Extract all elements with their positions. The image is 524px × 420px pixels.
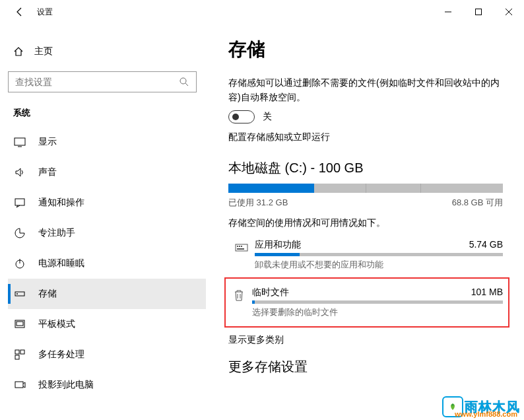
svg-rect-22 [241, 246, 242, 247]
notifications-icon [13, 197, 26, 209]
home-label: 主页 [34, 46, 53, 57]
sidebar-item-storage[interactable]: 存储 [8, 279, 206, 309]
search-icon [179, 77, 189, 87]
sidebar: 主页 系统 显示 声音 通知和操作 专注助手 电源和睡眠 存储 [0, 24, 206, 420]
svg-point-4 [180, 78, 186, 84]
free-label: 68.8 GB 可用 [452, 197, 503, 209]
multitask-icon [13, 349, 26, 361]
svg-rect-18 [15, 382, 23, 388]
sidebar-item-label: 声音 [38, 166, 57, 178]
svg-rect-23 [237, 248, 244, 250]
svg-line-5 [185, 83, 188, 86]
disk-usage-labels: 已使用 31.2 GB 68.8 GB 可用 [228, 197, 503, 209]
minimize-button[interactable] [433, 0, 463, 24]
storage-item-sub: 卸载未使用或不想要的应用和功能 [255, 259, 503, 271]
configure-link[interactable]: 配置存储感知或立即运行 [228, 131, 504, 143]
storage-sense-toggle[interactable] [228, 110, 255, 123]
svg-rect-8 [15, 199, 24, 205]
content-pane: 存储 存储感知可以通过删除不需要的文件(例如临时文件和回收站中的内容)自动释放空… [206, 24, 524, 420]
storage-item-sub: 选择要删除的临时文件 [252, 306, 503, 318]
more-settings-title: 更多存储设置 [228, 358, 504, 376]
storage-item-temp[interactable]: 临时文件 101 MB 选择要删除的临时文件 [226, 283, 503, 322]
display-icon [13, 136, 26, 148]
storage-item-name: 临时文件 [252, 287, 289, 298]
svg-point-24 [452, 404, 454, 406]
svg-rect-19 [236, 244, 247, 251]
section-header: 系统 [8, 104, 206, 127]
show-more-link[interactable]: 显示更多类别 [228, 334, 504, 346]
usage-desc: 存储空间的使用情况和可用情况如下。 [228, 215, 504, 230]
search-input[interactable] [8, 71, 197, 92]
tablet-icon [13, 318, 26, 330]
disk-usage-bar [228, 184, 503, 193]
window-controls [433, 0, 524, 24]
title-bar: 设置 [0, 0, 524, 24]
storage-item-name: 应用和功能 [255, 239, 301, 251]
sidebar-item-label: 专注助手 [38, 227, 75, 239]
svg-rect-17 [15, 355, 19, 359]
storage-icon [13, 288, 26, 300]
window-title: 设置 [37, 7, 53, 18]
project-icon [13, 379, 26, 391]
svg-rect-21 [239, 246, 240, 247]
page-title: 存储 [228, 37, 504, 62]
sidebar-item-label: 显示 [38, 136, 57, 148]
sidebar-item-label: 电源和睡眠 [38, 258, 84, 269]
svg-rect-15 [15, 350, 19, 354]
svg-rect-20 [237, 246, 238, 247]
svg-rect-1 [476, 9, 482, 15]
focus-icon [13, 227, 26, 239]
svg-point-12 [16, 293, 18, 295]
home-link[interactable]: 主页 [8, 40, 206, 63]
sidebar-item-display[interactable]: 显示 [8, 127, 206, 157]
power-icon [13, 258, 26, 269]
disk-title: 本地磁盘 (C:) - 100 GB [228, 159, 504, 177]
sidebar-item-multitask[interactable]: 多任务处理 [8, 339, 206, 370]
toggle-state-label: 关 [263, 111, 272, 123]
svg-rect-14 [16, 322, 23, 326]
sidebar-item-notifications[interactable]: 通知和操作 [8, 188, 206, 218]
sidebar-item-label: 多任务处理 [38, 349, 84, 361]
storage-item-size: 101 MB [471, 287, 503, 298]
back-button[interactable] [12, 4, 28, 20]
svg-rect-16 [20, 350, 24, 354]
sidebar-item-project[interactable]: 投影到此电脑 [8, 370, 206, 400]
watermark-url: www.ylmf888.com [455, 410, 517, 418]
watermark: 雨林木风 www.ylmf888.com [442, 396, 520, 417]
sidebar-item-tablet[interactable]: 平板模式 [8, 309, 206, 339]
sidebar-item-sound[interactable]: 声音 [8, 157, 206, 188]
sidebar-item-label: 通知和操作 [38, 197, 84, 209]
search-field[interactable] [15, 77, 179, 87]
trash-icon [226, 287, 252, 302]
sidebar-item-focus[interactable]: 专注助手 [8, 218, 206, 248]
storage-item-apps[interactable]: 应用和功能 5.74 GB 卸载未使用或不想要的应用和功能 [228, 235, 503, 275]
maximize-button[interactable] [463, 0, 494, 24]
svg-rect-6 [15, 138, 25, 145]
storage-item-size: 5.74 GB [469, 239, 503, 251]
highlighted-item: 临时文件 101 MB 选择要删除的临时文件 [224, 277, 509, 328]
storage-sense-desc: 存储感知可以通过删除不需要的文件(例如临时文件和回收站中的内容)自动释放空间。 [228, 75, 504, 105]
apps-icon [228, 239, 255, 255]
sidebar-item-label: 平板模式 [38, 318, 75, 330]
sidebar-item-power[interactable]: 电源和睡眠 [8, 248, 206, 279]
home-icon [13, 46, 24, 57]
close-button[interactable] [494, 0, 524, 24]
sound-icon [13, 166, 26, 178]
sidebar-item-label: 存储 [38, 288, 57, 300]
sidebar-item-label: 投影到此电脑 [38, 379, 94, 391]
used-label: 已使用 31.2 GB [228, 197, 288, 209]
